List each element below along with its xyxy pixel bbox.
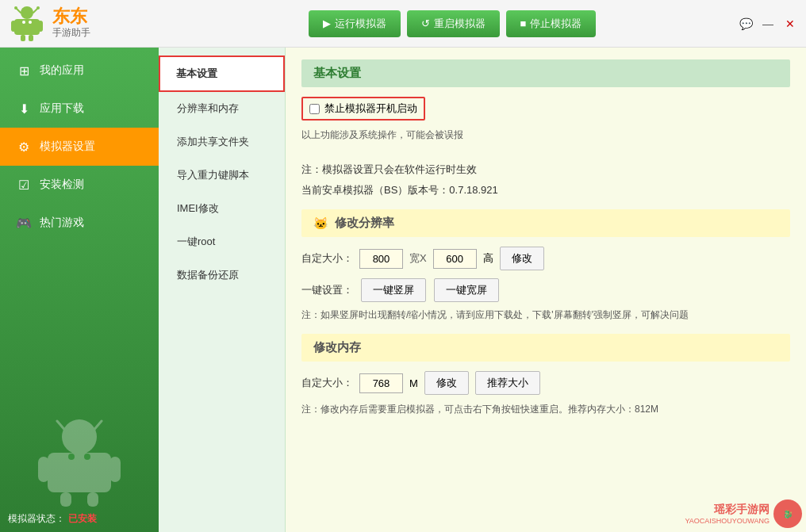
logo-text-area: 东东 手游助手 — [52, 7, 90, 40]
run-emulator-button[interactable]: ▶ 运行模拟器 — [309, 10, 401, 37]
restart-emulator-button[interactable]: ↺ 重启模拟器 — [407, 10, 500, 37]
sub-item-one-click-root[interactable]: 一键root — [159, 225, 285, 258]
settings-icon: ⚙ — [16, 139, 32, 155]
svg-line-21 — [92, 421, 102, 432]
resolution-icon: 🐱 — [313, 216, 328, 231]
svg-rect-15 — [109, 457, 121, 482]
run-icon: ▶ — [323, 17, 331, 29]
svg-point-18 — [68, 454, 75, 460]
svg-rect-1 — [14, 19, 40, 35]
svg-point-6 — [22, 21, 25, 24]
memory-input[interactable] — [359, 373, 403, 393]
svg-rect-16 — [60, 492, 71, 507]
landscape-button[interactable]: 一键宽屏 — [434, 278, 499, 302]
svg-rect-17 — [87, 492, 98, 507]
svg-point-7 — [29, 21, 32, 24]
close-button[interactable]: ✕ — [782, 16, 798, 32]
sub-item-resolution-memory[interactable]: 分辨率和内存 — [159, 92, 285, 125]
sidebar-item-my-apps[interactable]: ⊞ 我的应用 — [0, 52, 159, 90]
custom-size-label: 自定大小： — [301, 251, 353, 266]
svg-point-19 — [84, 454, 90, 460]
svg-point-0 — [21, 6, 33, 19]
width-input[interactable] — [359, 249, 403, 269]
sidebar-item-hot-games[interactable]: 🎮 热门游戏 — [0, 204, 159, 242]
memory-header: 修改内存 — [301, 334, 790, 362]
sub-item-import-script[interactable]: 导入重力键脚本 — [159, 159, 285, 192]
version-info: 当前安卓模拟器（BS）版本号：0.7.18.921 — [301, 183, 790, 197]
android-decorative-logo — [32, 413, 127, 508]
resolution-note: 注：如果竖屏时出现翻转/缩小情况，请到应用下载处，下载'屏幕翻转'强制竖屏，可解… — [301, 308, 790, 322]
message-button[interactable]: 💬 — [738, 16, 754, 32]
resolution-section: 🐱 修改分辨率 自定大小： 宽X 高 修改 一键设置： 一键竖屏 一键宽屏 注：… — [301, 209, 790, 322]
resolution-modify-button[interactable]: 修改 — [500, 247, 544, 270]
svg-rect-3 — [38, 21, 43, 32]
width-x-label: 宽X — [409, 251, 427, 266]
memory-custom-label: 自定大小： — [301, 376, 353, 390]
memory-modify-button[interactable]: 修改 — [424, 371, 469, 395]
sidebar-menu: ⊞ 我的应用 ⬇ 应用下载 ⚙ 模拟器设置 ☑ 安装检测 🎮 热门游戏 — [0, 48, 159, 242]
sub-item-shared-folder[interactable]: 添加共享文件夹 — [159, 125, 285, 159]
svg-point-12 — [62, 419, 97, 454]
onekey-label: 一键设置： — [301, 283, 353, 297]
memory-recommend-button[interactable]: 推荐大小 — [475, 371, 540, 395]
resolution-input-row: 自定大小： 宽X 高 修改 — [301, 247, 790, 270]
memory-section: 修改内存 自定大小： M 修改 推荐大小 注：修改内存后需要重启模拟器，可点击右… — [301, 334, 790, 416]
restart-icon: ↺ — [421, 17, 430, 29]
disable-autostart-row: 禁止模拟器开机启动 — [301, 97, 790, 121]
status-value: 已安装 — [68, 512, 97, 526]
sub-item-imei[interactable]: IMEI修改 — [159, 192, 285, 225]
minimize-button[interactable]: — — [760, 16, 776, 32]
watermark-logo-icon: 🐉 — [773, 499, 802, 528]
svg-point-10 — [14, 6, 17, 10]
basic-settings-header: 基本设置 — [301, 59, 790, 87]
download-icon: ⬇ — [16, 101, 32, 117]
app-title: 东东 — [52, 7, 90, 26]
stop-emulator-button[interactable]: ■ 停止模拟器 — [506, 10, 597, 37]
watermark-text: 瑶彩手游网 — [685, 503, 770, 517]
svg-rect-5 — [29, 35, 33, 41]
gamepad-icon: 🎮 — [16, 215, 32, 231]
content-area[interactable]: 基本设置 禁止模拟器开机启动 以上功能涉及系统操作，可能会被误报 注：模拟器设置… — [286, 48, 806, 532]
watermark: 瑶彩手游网 YAOCAISHOUYOUWANG 🐉 — [685, 499, 802, 528]
sidebar-item-install-check[interactable]: ☑ 安装检测 — [0, 166, 159, 204]
resolution-header: 🐱 修改分辨率 — [301, 209, 790, 237]
svg-rect-2 — [11, 21, 16, 32]
sidebar-item-app-download[interactable]: ⬇ 应用下载 — [0, 90, 159, 128]
window-controls: 💬 — ✕ — [738, 16, 798, 32]
sub-item-basic-settings[interactable]: 基本设置 — [159, 55, 285, 92]
svg-point-11 — [36, 6, 40, 10]
sidebar-item-emulator-settings[interactable]: ⚙ 模拟器设置 — [0, 128, 159, 166]
titlebar: 东东 手游助手 ▶ 运行模拟器 ↺ 重启模拟器 ■ 停止模拟器 💬 — ✕ — [0, 0, 806, 48]
svg-line-20 — [57, 421, 67, 432]
grid-icon: ⊞ — [16, 63, 32, 78]
toolbar-buttons: ▶ 运行模拟器 ↺ 重启模拟器 ■ 停止模拟器 — [167, 10, 738, 37]
sub-sidebar: 基本设置 分辨率和内存 添加共享文件夹 导入重力键脚本 IMEI修改 一键roo… — [159, 48, 286, 532]
stop-icon: ■ — [520, 17, 527, 29]
svg-rect-14 — [38, 457, 49, 482]
app-logo-icon — [8, 5, 46, 43]
height-input[interactable] — [433, 249, 477, 269]
security-note: 以上功能涉及系统操作，可能会被误报 — [301, 128, 790, 142]
height-unit-label: 高 — [483, 251, 493, 266]
logo-area: 东东 手游助手 — [8, 5, 167, 43]
sidebar: ⊞ 我的应用 ⬇ 应用下载 ⚙ 模拟器设置 ☑ 安装检测 🎮 热门游戏 — [0, 48, 159, 532]
status-bar: 模拟器状态： 已安装 — [8, 512, 97, 526]
onekey-row: 一键设置： 一键竖屏 一键宽屏 — [301, 278, 790, 302]
check-icon: ☑ — [16, 177, 32, 193]
memory-note: 注：修改内存后需要重启模拟器，可点击右下角按钮快速重启。推荐内存大小：812M — [301, 403, 790, 416]
memory-input-row: 自定大小： M 修改 推荐大小 — [301, 371, 790, 395]
memory-unit: M — [409, 377, 418, 389]
app-subtitle: 手游助手 — [52, 26, 90, 40]
svg-rect-13 — [48, 453, 111, 492]
disable-autostart-checkbox[interactable] — [309, 104, 320, 114]
watermark-subtext: YAOCAISHOUYOUWANG — [685, 517, 770, 525]
disable-autostart-checkbox-label[interactable]: 禁止模拟器开机启动 — [301, 97, 425, 121]
main-layout: ⊞ 我的应用 ⬇ 应用下载 ⚙ 模拟器设置 ☑ 安装检测 🎮 热门游戏 — [0, 48, 806, 532]
runtime-info: 注：模拟器设置只会在软件运行时生效 — [301, 163, 790, 177]
svg-text:🐉: 🐉 — [783, 509, 793, 519]
content-scroll: 基本设置 禁止模拟器开机启动 以上功能涉及系统操作，可能会被误报 注：模拟器设置… — [286, 48, 806, 433]
svg-rect-4 — [21, 35, 25, 41]
portrait-button[interactable]: 一键竖屏 — [361, 278, 426, 302]
sub-item-backup-restore[interactable]: 数据备份还原 — [159, 258, 285, 292]
